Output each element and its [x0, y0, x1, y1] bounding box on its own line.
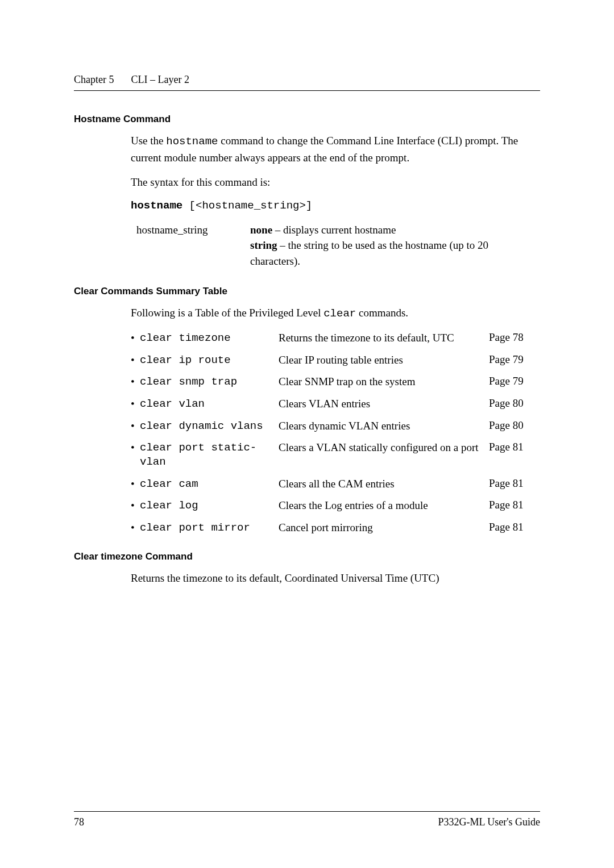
command-desc: Clears VLAN entries	[279, 397, 489, 411]
param-keyword: none	[250, 224, 272, 236]
header-rule	[74, 90, 540, 91]
command-desc: Clear SNMP trap on the system	[279, 375, 489, 389]
command-name: clear port static-vlan	[140, 441, 279, 469]
hostname-syntax: hostname [<hostname_string>]	[131, 199, 540, 212]
clear-timezone-heading: Clear timezone Command	[74, 551, 540, 562]
table-row: •clear timezone Returns the timezone to …	[131, 331, 540, 345]
chapter-title: CLI – Layer 2	[131, 74, 189, 86]
page-ref: Page 80	[489, 419, 540, 432]
clear-summary-intro: Following is a Table of the Privileged L…	[131, 305, 540, 322]
command-name: clear cam	[140, 477, 279, 491]
command-desc: Cancel port mirroring	[279, 521, 489, 535]
command-desc: Clears the Log entries of a module	[279, 499, 489, 513]
chapter-label: Chapter 5	[74, 74, 114, 86]
table-row: •clear vlan Clears VLAN entries Page 80	[131, 397, 540, 411]
command-desc: Clears dynamic VLAN entries	[279, 419, 489, 433]
hostname-para2: The syntax for this command is:	[131, 174, 540, 190]
command-name: clear vlan	[140, 397, 279, 411]
command-desc: Clears all the CAM entries	[279, 477, 489, 491]
inline-code: clear	[323, 307, 356, 320]
command-name: clear port mirror	[140, 521, 279, 535]
text-fragment: Following is a Table of the Privileged L…	[131, 307, 323, 319]
param-name: hostname_string	[136, 222, 250, 269]
clear-summary-heading: Clear Commands Summary Table	[74, 286, 540, 297]
command-name: clear dynamic vlans	[140, 419, 279, 433]
page-ref: Page 78	[489, 331, 540, 344]
syntax-args: [<hostname_string>]	[182, 199, 312, 212]
page-ref: Page 79	[489, 353, 540, 366]
bullet-icon: •	[131, 521, 140, 535]
bullet-icon: •	[131, 441, 140, 469]
param-keyword: string	[250, 239, 277, 251]
text-fragment: – displays current hostname	[272, 224, 396, 236]
table-row: •clear ip route Clear IP routing table e…	[131, 353, 540, 368]
syntax-keyword: hostname	[131, 199, 182, 212]
table-row: •clear dynamic vlans Clears dynamic VLAN…	[131, 419, 540, 433]
page-number: 78	[74, 816, 84, 828]
hostname-heading: Hostname Command	[74, 114, 540, 125]
table-row: •clear port static-vlan Clears a VLAN st…	[131, 441, 540, 469]
page-ref: Page 81	[489, 441, 540, 453]
command-name: clear ip route	[140, 353, 279, 368]
command-name: clear snmp trap	[140, 375, 279, 389]
command-desc: Clear IP routing table entries	[279, 353, 489, 368]
bullet-icon: •	[131, 477, 140, 491]
doc-title: P332G-ML User's Guide	[438, 816, 540, 828]
command-name: clear log	[140, 499, 279, 513]
page-footer: 78 P332G-ML User's Guide	[74, 811, 540, 828]
text-fragment: Use the	[131, 135, 166, 147]
bullet-icon: •	[131, 499, 140, 513]
clear-commands-table: •clear timezone Returns the timezone to …	[131, 331, 540, 535]
page-header: Chapter 5 CLI – Layer 2	[74, 74, 540, 86]
page-ref: Page 79	[489, 375, 540, 387]
table-row: •clear port mirror Cancel port mirroring…	[131, 521, 540, 535]
clear-timezone-body: Returns the timezone to its default, Coo…	[131, 570, 540, 586]
bullet-icon: •	[131, 419, 140, 433]
param-row: hostname_string none – displays current …	[136, 222, 540, 269]
command-name: clear timezone	[140, 331, 279, 345]
table-row: •clear log Clears the Log entries of a m…	[131, 499, 540, 513]
command-desc: Clears a VLAN statically configured on a…	[279, 441, 489, 455]
page-ref: Page 81	[489, 499, 540, 511]
page-ref: Page 80	[489, 397, 540, 410]
hostname-para1: Use the hostname command to change the C…	[131, 133, 540, 165]
page-ref: Page 81	[489, 521, 540, 533]
bullet-icon: •	[131, 375, 140, 389]
inline-code: hostname	[166, 135, 218, 148]
page-ref: Page 81	[489, 477, 540, 490]
table-row: •clear snmp trap Clear SNMP trap on the …	[131, 375, 540, 389]
bullet-icon: •	[131, 353, 140, 368]
text-fragment: commands.	[356, 307, 408, 319]
param-desc: none – displays current hostname string …	[250, 222, 540, 269]
table-row: •clear cam Clears all the CAM entries Pa…	[131, 477, 540, 491]
bullet-icon: •	[131, 397, 140, 411]
command-desc: Returns the timezone to its default, UTC	[279, 331, 489, 345]
text-fragment: – the string to be used as the hostname …	[250, 239, 488, 267]
bullet-icon: •	[131, 331, 140, 345]
footer-rule	[74, 811, 540, 812]
